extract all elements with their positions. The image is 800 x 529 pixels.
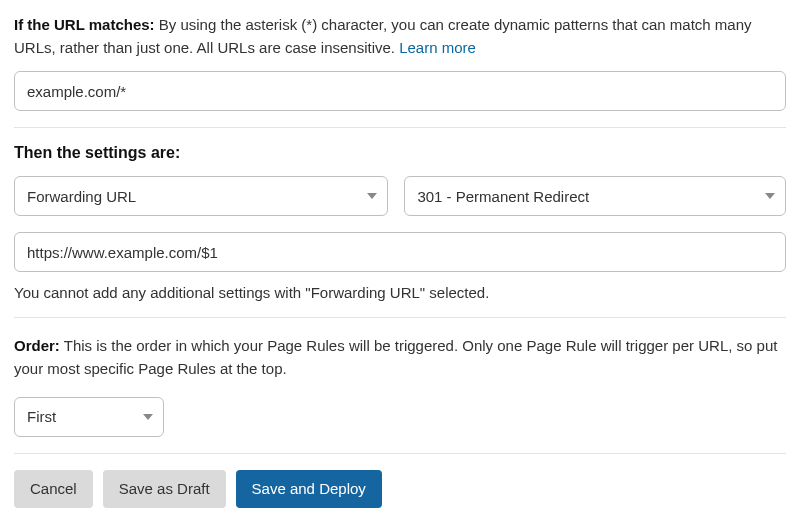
order-section: Order: This is the order in which your P… [14, 334, 786, 437]
setting-type-value: Forwarding URL [27, 188, 136, 205]
redirect-type-value: 301 - Permanent Redirect [417, 188, 589, 205]
destination-url-input[interactable] [14, 232, 786, 272]
settings-section: Then the settings are: Forwarding URL 30… [14, 144, 786, 301]
divider [14, 453, 786, 454]
divider [14, 317, 786, 318]
order-value: First [27, 408, 56, 425]
order-select[interactable]: First [14, 397, 164, 437]
cancel-button[interactable]: Cancel [14, 470, 93, 508]
redirect-type-select[interactable]: 301 - Permanent Redirect [404, 176, 786, 216]
chevron-down-icon [765, 193, 775, 199]
setting-type-select[interactable]: Forwarding URL [14, 176, 388, 216]
learn-more-link[interactable]: Learn more [399, 39, 476, 56]
settings-row: Forwarding URL 301 - Permanent Redirect [14, 176, 786, 216]
order-label: Order: [14, 337, 60, 354]
settings-heading: Then the settings are: [14, 144, 786, 162]
chevron-down-icon [143, 414, 153, 420]
url-match-section: If the URL matches: By using the asteris… [14, 14, 786, 111]
divider [14, 127, 786, 128]
chevron-down-icon [367, 193, 377, 199]
action-buttons: Cancel Save as Draft Save and Deploy [14, 470, 786, 508]
url-match-intro: If the URL matches: By using the asteris… [14, 14, 786, 59]
save-draft-button[interactable]: Save as Draft [103, 470, 226, 508]
url-pattern-input[interactable] [14, 71, 786, 111]
order-description: This is the order in which your Page Rul… [14, 337, 777, 377]
save-deploy-button[interactable]: Save and Deploy [236, 470, 382, 508]
settings-note: You cannot add any additional settings w… [14, 284, 786, 301]
order-intro: Order: This is the order in which your P… [14, 334, 786, 381]
url-match-label: If the URL matches: [14, 16, 155, 33]
